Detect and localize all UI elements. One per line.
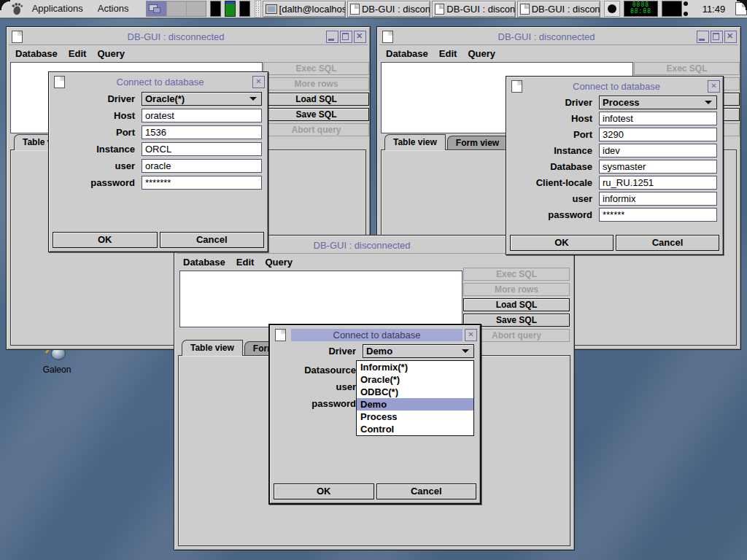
menu-edit[interactable]: Edit — [69, 48, 87, 59]
panel-drag-handle[interactable] — [255, 0, 261, 18]
actions-menu[interactable]: Actions — [90, 0, 136, 18]
workspace-3[interactable] — [187, 1, 206, 16]
dialog-titlebar[interactable]: Connect to database — [51, 74, 266, 89]
taskbar-button-terminal[interactable]: [dalth@localhost — [263, 1, 346, 18]
dropdown-option-oracle[interactable]: Oracle(*) — [357, 373, 473, 386]
driver-combo[interactable]: Demo — [363, 344, 474, 358]
field-label-port: Port — [53, 127, 142, 138]
driver-combo[interactable]: Oracle(*) — [142, 92, 262, 106]
close-icon[interactable] — [465, 329, 477, 341]
monitor-applet-2[interactable] — [239, 1, 250, 17]
taskbar-button-dbgui-2[interactable]: DB-GUI : disconn — [432, 1, 515, 18]
dialog-menu-icon[interactable] — [511, 80, 522, 93]
gnome-foot-icon[interactable] — [9, 1, 25, 16]
exec-sql-button[interactable]: Exec SQL — [263, 62, 369, 75]
menubar: Database Edit Query — [179, 254, 293, 269]
close-icon[interactable] — [708, 80, 720, 93]
abort-query-button[interactable]: Abort query — [263, 123, 369, 136]
maximize-button[interactable] — [711, 31, 723, 43]
ok-button[interactable]: OK — [510, 235, 614, 251]
host-field[interactable]: oratest — [142, 109, 262, 122]
dialog-menu-icon[interactable] — [54, 76, 65, 88]
more-rows-button[interactable]: More rows — [463, 283, 570, 296]
workspace-switcher[interactable] — [146, 1, 206, 17]
field-label-driver: Driver — [53, 93, 142, 104]
minimize-button[interactable] — [326, 31, 338, 43]
window-title: DB-GUI : disconnected — [396, 31, 697, 42]
workspace-2[interactable] — [167, 1, 187, 16]
ok-button[interactable]: OK — [53, 232, 158, 248]
monitor-applet-1[interactable] — [210, 1, 221, 17]
field-label-client-locale: Client-locale — [511, 177, 599, 188]
tab-form-view[interactable]: Form view — [447, 136, 508, 149]
titlebar[interactable]: DB-GUI : disconnected — [9, 29, 368, 45]
menu-database[interactable]: Database — [386, 48, 428, 59]
panel-clock[interactable]: 11:49 — [703, 4, 726, 15]
cancel-button[interactable]: Cancel — [376, 483, 477, 499]
exec-sql-button[interactable]: Exec SQL — [463, 268, 570, 281]
dropdown-option-odbc[interactable]: ODBC(*) — [357, 386, 473, 398]
menu-edit[interactable]: Edit — [439, 48, 457, 59]
close-button[interactable] — [724, 31, 737, 43]
close-icon[interactable] — [252, 76, 265, 88]
taskbar-button-dbgui-1[interactable]: DB-GUI : disconn — [347, 1, 430, 18]
menu-query[interactable]: Query — [265, 257, 293, 268]
ok-button[interactable]: OK — [274, 483, 374, 499]
titlebar[interactable]: DB-GUI : disconnected — [379, 29, 738, 45]
tab-table-view[interactable]: Table view — [384, 134, 446, 150]
dropdown-option-process[interactable]: Process — [357, 411, 473, 423]
port-field[interactable]: 3290 — [599, 128, 717, 141]
user-field[interactable]: oracle — [142, 159, 262, 173]
save-sql-button[interactable]: Save SQL — [263, 108, 369, 121]
field-label-user: user — [511, 193, 599, 204]
menubar: Database Edit Query — [382, 46, 495, 61]
exec-sql-button[interactable]: Exec SQL — [634, 62, 740, 75]
workspace-1[interactable] — [147, 1, 166, 16]
dropdown-option-informix[interactable]: Informix(*) — [357, 361, 473, 373]
client-locale-field[interactable]: ru_RU.1251 — [599, 176, 717, 190]
eyes-applet[interactable] — [604, 1, 620, 17]
window-menu-icon[interactable] — [382, 31, 393, 43]
dialog-fields: Driver Oracle(*) Host oratest Port 1536 … — [53, 92, 262, 190]
window-menu-icon[interactable] — [12, 31, 23, 43]
dropdown-option-demo[interactable]: Demo — [357, 398, 473, 411]
mixer-applet[interactable] — [662, 1, 682, 17]
host-field[interactable]: infotest — [599, 112, 717, 125]
window-title: DB-GUI : disconnected — [26, 31, 326, 42]
menu-edit[interactable]: Edit — [236, 257, 255, 268]
tab-table-view[interactable]: Table view — [182, 340, 243, 356]
field-label-host: Host — [53, 110, 142, 121]
cancel-button[interactable]: Cancel — [160, 232, 265, 248]
dialog-menu-icon[interactable] — [275, 329, 286, 341]
dialog-titlebar[interactable]: Connect to database — [272, 327, 478, 342]
load-monitor-applet[interactable] — [225, 1, 236, 17]
background-field-labels: Datasource user password — [274, 364, 356, 410]
port-field[interactable]: 1536 — [142, 125, 262, 139]
password-field[interactable]: ****** — [599, 208, 717, 222]
menu-database[interactable]: Database — [15, 48, 58, 59]
minimize-button[interactable] — [697, 31, 709, 43]
cancel-button[interactable]: Cancel — [616, 235, 719, 251]
sql-input[interactable] — [179, 271, 462, 327]
more-rows-button[interactable]: More rows — [263, 77, 369, 90]
instance-field[interactable]: ORCL — [142, 142, 262, 156]
led-clock-applet[interactable]: 8888 88:88 — [624, 1, 658, 17]
menu-query[interactable]: Query — [97, 48, 125, 59]
driver-combo[interactable]: Process — [599, 96, 717, 109]
dialog-title: Connect to database — [68, 76, 252, 88]
load-sql-button[interactable]: Load SQL — [463, 298, 570, 311]
load-sql-button[interactable]: Load SQL — [263, 93, 369, 106]
dialog-titlebar[interactable]: Connect to database — [508, 79, 721, 93]
close-button[interactable] — [354, 31, 366, 43]
applications-menu[interactable]: Applications — [25, 0, 90, 18]
menu-query[interactable]: Query — [468, 48, 495, 59]
menu-database[interactable]: Database — [183, 257, 225, 268]
maximize-button[interactable] — [340, 31, 352, 43]
database-field[interactable]: sysmaster — [599, 160, 717, 174]
password-field[interactable]: ******* — [142, 176, 262, 190]
taskbar-button-dbgui-3[interactable]: DB-GUI : disconn — [517, 1, 600, 18]
dropdown-option-control[interactable]: Control — [357, 423, 473, 435]
instance-field[interactable]: idev — [599, 144, 717, 158]
user-field[interactable]: informix — [599, 192, 717, 206]
menubar: Database Edit Query — [11, 46, 125, 61]
